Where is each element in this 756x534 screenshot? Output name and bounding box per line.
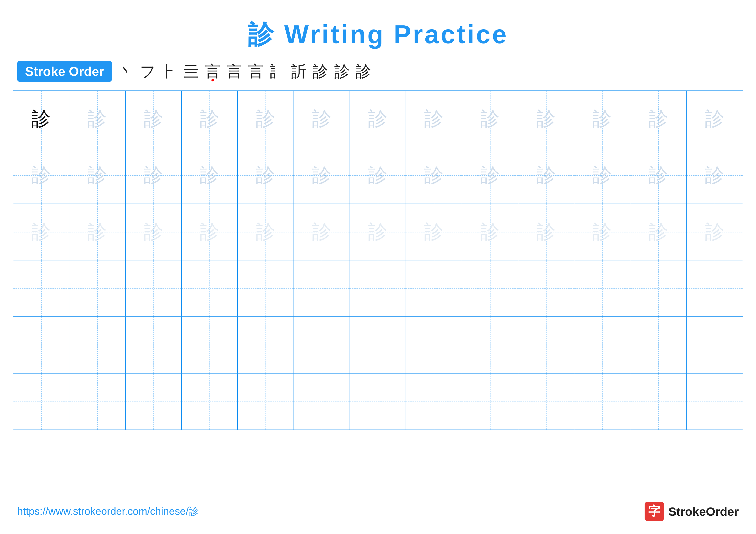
stroke-1: 丶 <box>118 61 134 82</box>
grid-cell-1-9[interactable]: 診 <box>462 91 518 147</box>
grid-cell-2-7[interactable]: 診 <box>350 147 406 203</box>
grid-cell-6-5[interactable] <box>238 373 294 429</box>
stroke-4: 亖 <box>183 61 199 82</box>
stroke-7: 言 <box>248 61 263 82</box>
stroke-3: ⺊ <box>162 61 177 82</box>
grid-cell-3-8[interactable]: 診 <box>406 204 462 260</box>
grid-cell-4-11[interactable] <box>574 261 630 317</box>
grid-cell-5-13[interactable] <box>687 317 742 373</box>
grid-cell-5-10[interactable] <box>518 317 574 373</box>
logo-text: StrokeOrder <box>668 504 739 519</box>
grid-cell-1-6[interactable]: 診 <box>294 91 350 147</box>
grid-row-2: 診 診 診 診 診 診 診 診 診 診 診 診 診 <box>14 147 742 204</box>
grid-cell-2-10[interactable]: 診 <box>518 147 574 203</box>
grid-cell-2-1[interactable]: 診 <box>14 147 69 203</box>
grid-cell-4-3[interactable] <box>126 261 182 317</box>
grid-cell-2-8[interactable]: 診 <box>406 147 462 203</box>
grid-cell-3-10[interactable]: 診 <box>518 204 574 260</box>
grid-cell-1-2[interactable]: 診 <box>69 91 125 147</box>
grid-row-1: 診 診 診 診 診 診 診 診 診 診 診 診 診 <box>14 91 742 147</box>
grid-cell-6-3[interactable] <box>126 373 182 429</box>
grid-cell-4-12[interactable] <box>630 261 687 317</box>
grid-cell-3-2[interactable]: 診 <box>69 204 125 260</box>
grid-cell-1-4[interactable]: 診 <box>182 91 238 147</box>
stroke-11: 診 <box>334 61 350 82</box>
grid-cell-4-5[interactable] <box>238 261 294 317</box>
grid-cell-1-1[interactable]: 診 <box>14 91 69 147</box>
grid-cell-6-4[interactable] <box>182 373 238 429</box>
grid-cell-6-12[interactable] <box>630 373 687 429</box>
grid-cell-3-4[interactable]: 診 <box>182 204 238 260</box>
grid-row-5 <box>14 317 742 373</box>
grid-cell-2-13[interactable]: 診 <box>687 147 742 203</box>
grid-cell-2-4[interactable]: 診 <box>182 147 238 203</box>
grid-cell-1-10[interactable]: 診 <box>518 91 574 147</box>
footer-logo: 字 StrokeOrder <box>645 502 739 521</box>
stroke-6: 言 <box>227 61 242 82</box>
grid-cell-3-3[interactable]: 診 <box>126 204 182 260</box>
grid-cell-4-6[interactable] <box>294 261 350 317</box>
page-title: 診 Writing Practice <box>0 0 756 52</box>
grid-cell-2-3[interactable]: 診 <box>126 147 182 203</box>
grid-cell-4-2[interactable] <box>69 261 125 317</box>
footer-url[interactable]: https://www.strokeorder.com/chinese/診 <box>17 504 199 518</box>
grid-cell-5-2[interactable] <box>69 317 125 373</box>
stroke-5: 言 <box>205 61 221 82</box>
grid-cell-3-12[interactable]: 診 <box>630 204 687 260</box>
grid-cell-2-12[interactable]: 診 <box>630 147 687 203</box>
grid-cell-6-2[interactable] <box>69 373 125 429</box>
grid-cell-1-8[interactable]: 診 <box>406 91 462 147</box>
grid-cell-1-3[interactable]: 診 <box>126 91 182 147</box>
grid-cell-5-3[interactable] <box>126 317 182 373</box>
grid-row-3: 診 診 診 診 診 診 診 診 診 診 診 診 診 <box>14 204 742 261</box>
grid-cell-1-5[interactable]: 診 <box>238 91 294 147</box>
grid-cell-5-6[interactable] <box>294 317 350 373</box>
grid-cell-4-8[interactable] <box>406 261 462 317</box>
grid-cell-3-9[interactable]: 診 <box>462 204 518 260</box>
grid-cell-3-13[interactable]: 診 <box>687 204 742 260</box>
grid-cell-3-7[interactable]: 診 <box>350 204 406 260</box>
grid-cell-3-5[interactable]: 診 <box>238 204 294 260</box>
grid-cell-4-9[interactable] <box>462 261 518 317</box>
grid-cell-1-12[interactable]: 診 <box>630 91 687 147</box>
grid-cell-5-1[interactable] <box>14 317 69 373</box>
grid-cell-5-7[interactable] <box>350 317 406 373</box>
grid-cell-2-9[interactable]: 診 <box>462 147 518 203</box>
grid-row-6 <box>14 373 742 429</box>
logo-icon: 字 <box>645 502 664 521</box>
grid-cell-5-9[interactable] <box>462 317 518 373</box>
grid-cell-3-6[interactable]: 診 <box>294 204 350 260</box>
grid-cell-6-10[interactable] <box>518 373 574 429</box>
grid-cell-6-11[interactable] <box>574 373 630 429</box>
grid-cell-1-11[interactable]: 診 <box>574 91 630 147</box>
grid-cell-5-4[interactable] <box>182 317 238 373</box>
grid-cell-6-13[interactable] <box>687 373 742 429</box>
grid-cell-5-12[interactable] <box>630 317 687 373</box>
grid-cell-2-5[interactable]: 診 <box>238 147 294 203</box>
grid-cell-4-1[interactable] <box>14 261 69 317</box>
char-dark: 診 <box>32 109 51 129</box>
grid-cell-1-7[interactable]: 診 <box>350 91 406 147</box>
stroke-sequence: 丶 フ ⺊ 亖 言 言 言 訁 訢 診 診 診 <box>118 61 371 82</box>
grid-cell-4-7[interactable] <box>350 261 406 317</box>
grid-cell-4-10[interactable] <box>518 261 574 317</box>
stroke-8: 訁 <box>270 61 285 82</box>
grid-cell-2-2[interactable]: 診 <box>69 147 125 203</box>
grid-row-4 <box>14 261 742 317</box>
grid-cell-5-8[interactable] <box>406 317 462 373</box>
grid-cell-4-4[interactable] <box>182 261 238 317</box>
grid-cell-3-1[interactable]: 診 <box>14 204 69 260</box>
grid-cell-5-11[interactable] <box>574 317 630 373</box>
grid-cell-4-13[interactable] <box>687 261 742 317</box>
grid-cell-6-6[interactable] <box>294 373 350 429</box>
grid-cell-6-1[interactable] <box>14 373 69 429</box>
grid-cell-3-11[interactable]: 診 <box>574 204 630 260</box>
stroke-10: 診 <box>313 61 328 82</box>
grid-cell-1-13[interactable]: 診 <box>687 91 742 147</box>
grid-cell-6-7[interactable] <box>350 373 406 429</box>
grid-cell-2-6[interactable]: 診 <box>294 147 350 203</box>
grid-cell-6-9[interactable] <box>462 373 518 429</box>
grid-cell-5-5[interactable] <box>238 317 294 373</box>
grid-cell-6-8[interactable] <box>406 373 462 429</box>
grid-cell-2-11[interactable]: 診 <box>574 147 630 203</box>
